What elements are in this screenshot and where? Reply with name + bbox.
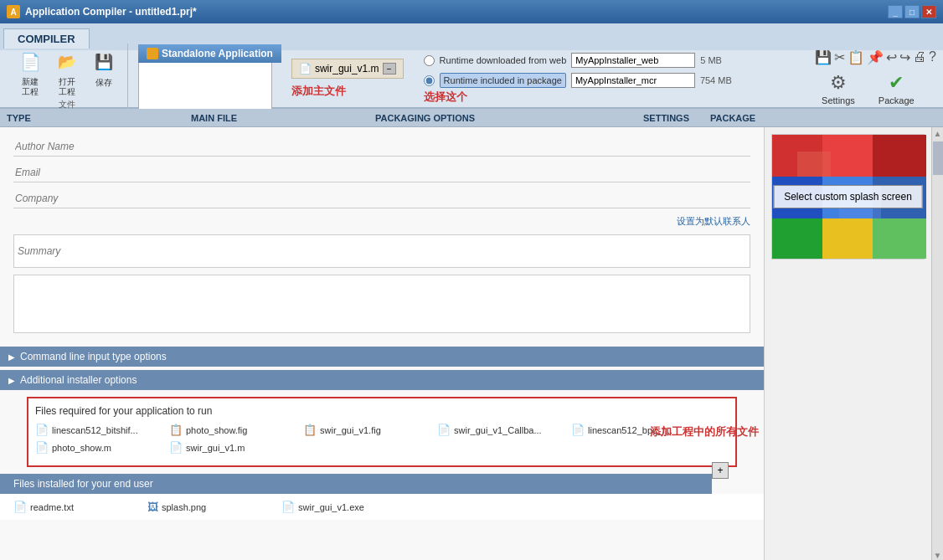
author-input[interactable] xyxy=(13,137,750,157)
splash-area: Select custom splash screen xyxy=(771,134,925,259)
file-icon: 📄 xyxy=(571,424,585,436)
additional-options-label: Additional installer options xyxy=(20,374,137,386)
package-button[interactable]: ✔ Package xyxy=(872,69,921,109)
new-icon: 📄 xyxy=(20,52,41,72)
window-controls: _ □ ✕ xyxy=(888,5,936,18)
svg-rect-10 xyxy=(797,152,831,177)
exe-icon: 📄 xyxy=(281,501,295,513)
paste-icon[interactable]: 📌 xyxy=(867,49,884,65)
scroll-down-btn[interactable]: ▼ xyxy=(934,551,942,560)
main-file-icon: 📄 xyxy=(299,63,312,74)
scrollbar[interactable]: ▲ ▼ xyxy=(931,127,943,560)
runtime-web-option: Runtime downloaded from web 5 MB xyxy=(424,53,734,68)
fig-icon: 📋 xyxy=(303,424,317,436)
file-icon: 📄 xyxy=(35,441,49,454)
file-icon: 📄 xyxy=(13,501,27,513)
list-item: 📄 linescan512_bitshif... xyxy=(35,422,152,438)
package-label: Package xyxy=(879,95,915,105)
file-toolbar-group: 📄 新建 工程 📂 打开 工程 💾 保存 文件 xyxy=(7,44,128,114)
files-required-grid: 📄 linescan512_bitshif... 📋 photo_show.fi… xyxy=(35,422,729,455)
summary-input[interactable] xyxy=(13,234,750,268)
list-item: 📄 swir_gui_v1.exe xyxy=(281,499,399,515)
app-type-button[interactable]: Standalone Application xyxy=(138,44,281,63)
copy-icon[interactable]: 📋 xyxy=(848,49,864,65)
open-icon: 📂 xyxy=(58,53,76,71)
file-name: linescan512_bitshif... xyxy=(52,425,138,435)
main-action-buttons: ⚙ Settings ✔ Package xyxy=(815,69,936,109)
app-type-content xyxy=(138,63,272,113)
remove-file-button[interactable]: − xyxy=(383,63,396,74)
runtime-pkg-input[interactable] xyxy=(571,73,695,88)
settings-button[interactable]: ⚙ Settings xyxy=(815,69,862,109)
print-icon[interactable]: 🖨 xyxy=(913,49,926,65)
cut-icon[interactable]: ✂ xyxy=(834,49,845,65)
file-name: readme.txt xyxy=(30,502,74,512)
window-title: Application Compiler - untitled1.prj* xyxy=(25,6,888,18)
redo-icon[interactable]: ↪ xyxy=(899,49,910,65)
top-icon-row: 💾 ✂ 📋 📌 ↩ ↪ 🖨 ? xyxy=(815,49,936,65)
settings-pkg-group: 💾 ✂ 📋 📌 ↩ ↪ 🖨 ? ⚙ Settings ✔ xyxy=(808,49,936,109)
form-section: 设置为默认联系人 xyxy=(0,127,764,343)
app-type-section: Standalone Application xyxy=(138,44,281,113)
right-panel: Select custom splash screen xyxy=(764,127,931,560)
select-splash-button[interactable]: Select custom splash screen xyxy=(773,185,923,208)
runtime-pkg-size: 754 MB xyxy=(700,75,734,85)
col-packaging: PACKAGING OPTIONS xyxy=(375,113,643,123)
open-button[interactable]: 📂 xyxy=(50,47,84,77)
runtime-pkg-label[interactable]: Runtime included in package xyxy=(440,75,566,85)
svg-rect-9 xyxy=(873,218,926,259)
svg-rect-8 xyxy=(822,218,873,259)
annotation-add-main: 添加主文件 xyxy=(291,84,404,99)
runtime-web-input[interactable] xyxy=(571,53,695,68)
maximize-button[interactable]: □ xyxy=(904,5,920,18)
minimize-button[interactable]: _ xyxy=(888,5,903,18)
files-add-button[interactable]: + xyxy=(712,462,729,479)
app-icon: A xyxy=(7,5,20,18)
list-item: 📄 photo_show.m xyxy=(35,439,152,455)
check-icon: ✔ xyxy=(889,72,904,94)
close-button[interactable]: ✕ xyxy=(921,5,936,18)
col-settings: SETTINGS xyxy=(643,113,710,123)
undo-icon[interactable]: ↩ xyxy=(886,49,897,65)
files-required-section: Files required for your application to r… xyxy=(27,397,737,467)
save-icon: 💾 xyxy=(95,53,113,71)
new-button[interactable]: 📄 xyxy=(13,47,47,77)
settings-label: Settings xyxy=(822,95,855,105)
cmd-options-label: Command line input type options xyxy=(20,351,167,362)
company-input[interactable] xyxy=(13,189,750,208)
additional-expand-arrow: ▶ xyxy=(8,376,15,385)
col-main-file: MAIN FILE xyxy=(191,113,375,123)
files-required-wrapper: Files required for your application to r… xyxy=(13,397,750,467)
list-item: 📄 readme.txt xyxy=(13,499,131,515)
file-name: splash.png xyxy=(162,502,206,512)
file-icon: 📄 xyxy=(437,424,451,436)
annotation-all-files: 添加工程中的所有文件 xyxy=(650,424,759,439)
main-file-name: swir_gui_v1.m xyxy=(315,63,379,74)
additional-options-section[interactable]: ▶ Additional installer options xyxy=(0,370,764,390)
list-item: 📋 photo_show.fig xyxy=(169,422,286,438)
file-name: swir_gui_v1_Callba... xyxy=(454,425,542,435)
app-type-icon xyxy=(147,48,158,59)
save-button[interactable]: 💾 xyxy=(87,47,121,77)
cmd-options-section[interactable]: ▶ Command line input type options xyxy=(0,347,764,367)
set-default-link[interactable]: 设置为默认联系人 xyxy=(13,215,750,228)
file-name: photo_show.m xyxy=(52,443,111,453)
file-name: swir_gui_v1.fig xyxy=(320,425,381,435)
runtime-web-radio[interactable] xyxy=(424,55,435,66)
email-input[interactable] xyxy=(13,163,750,182)
scroll-thumb[interactable] xyxy=(933,141,943,175)
description-textarea[interactable] xyxy=(13,275,750,333)
list-item: 📄 swir_gui_v1_Callba... xyxy=(437,422,554,438)
files-installed-section[interactable]: Files installed for your end user xyxy=(0,474,712,494)
files-installed-label: Files installed for your end user xyxy=(13,478,153,490)
file-icon: 📄 xyxy=(169,441,183,454)
file-name: swir_gui_v1.m xyxy=(186,443,245,453)
save-label: 保存 xyxy=(95,77,112,89)
save-small-icon[interactable]: 💾 xyxy=(815,49,832,65)
help-icon[interactable]: ? xyxy=(929,49,936,65)
runtime-pkg-option: Runtime included in package 754 MB xyxy=(424,73,734,88)
runtime-web-label[interactable]: Runtime downloaded from web xyxy=(440,55,567,65)
runtime-web-size: 5 MB xyxy=(700,55,734,65)
scroll-up-btn[interactable]: ▲ xyxy=(934,129,942,138)
runtime-pkg-radio[interactable] xyxy=(424,75,435,86)
